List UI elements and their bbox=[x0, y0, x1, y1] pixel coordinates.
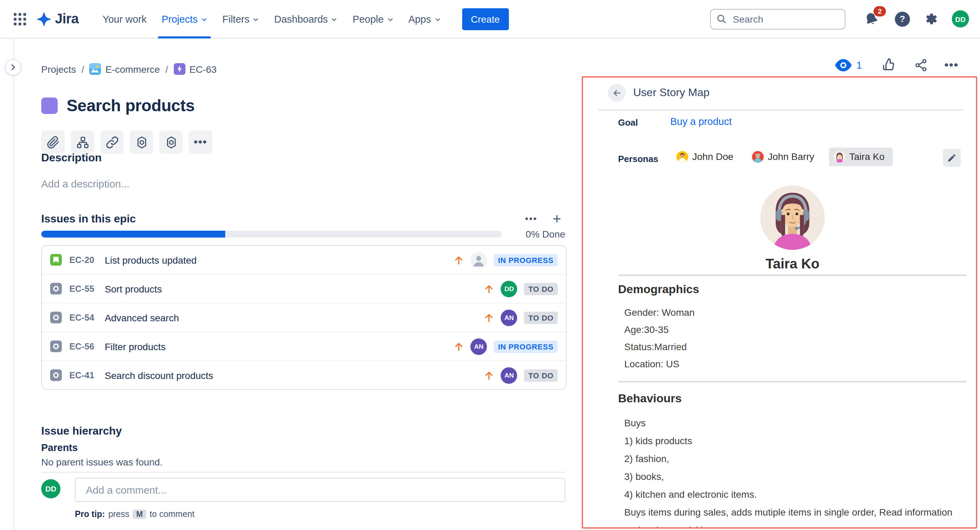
search-box[interactable] bbox=[710, 9, 845, 29]
assignee-avatar[interactable]: AN bbox=[501, 367, 517, 383]
issue-row[interactable]: EC-20List products updatedIN PROGRESS bbox=[42, 246, 566, 275]
toolbar-more-button[interactable]: ••• bbox=[189, 130, 212, 154]
behaviour-line: 2) fashion, bbox=[624, 450, 962, 468]
issue-title[interactable]: List products updated bbox=[105, 254, 197, 265]
app-switcher-icon[interactable] bbox=[11, 10, 29, 28]
like-button[interactable] bbox=[882, 58, 896, 72]
search-input[interactable] bbox=[732, 13, 839, 25]
nav-item-filters[interactable]: Filters bbox=[215, 0, 266, 38]
persona-avatar-icon bbox=[676, 151, 688, 162]
jira-logo-text: Jira bbox=[55, 11, 79, 27]
issue-title[interactable]: Search discount products bbox=[105, 370, 213, 381]
nav-item-your-work[interactable]: Your work bbox=[95, 0, 154, 38]
status-badge[interactable]: IN PROGRESS bbox=[494, 340, 558, 352]
jira-issue-view: Jira Your workProjectsFiltersDashboardsP… bbox=[0, 0, 980, 530]
breadcrumb-item-projects[interactable]: Projects bbox=[41, 63, 76, 75]
status-badge[interactable]: TO DO bbox=[524, 311, 558, 324]
assignee-avatar[interactable]: AN bbox=[471, 338, 487, 355]
issue-row[interactable]: EC-55Sort productsDDTO DO bbox=[42, 275, 566, 303]
user-avatar[interactable]: DD bbox=[952, 10, 969, 27]
issue-key[interactable]: EC-20 bbox=[69, 255, 94, 265]
add-issue-button[interactable]: + bbox=[548, 213, 565, 225]
hexagon-target-icon bbox=[164, 136, 178, 149]
epic-color-icon bbox=[41, 97, 58, 114]
jira-logo[interactable]: Jira bbox=[36, 11, 79, 27]
share-button[interactable] bbox=[914, 58, 928, 72]
attach-button[interactable] bbox=[41, 130, 65, 154]
add-child-button[interactable] bbox=[71, 130, 94, 154]
nav-item-label: Your work bbox=[103, 13, 146, 24]
back-button[interactable] bbox=[608, 84, 626, 102]
more-actions-button[interactable]: ••• bbox=[944, 62, 959, 68]
nav-item-dashboards[interactable]: Dashboards bbox=[266, 0, 345, 38]
priority-high-icon bbox=[453, 341, 464, 352]
issue-row[interactable]: EC-41Search discount productsANTO DO bbox=[42, 361, 566, 389]
app-hexagon-button-2[interactable] bbox=[159, 130, 183, 154]
protip-press: press bbox=[108, 509, 129, 519]
demographic-line: Location: US bbox=[624, 355, 695, 373]
watch-count: 1 bbox=[856, 59, 862, 70]
persona-chip-label: John Doe bbox=[692, 151, 733, 162]
issue-key[interactable]: EC-54 bbox=[69, 313, 94, 322]
nav-item-label: People bbox=[353, 13, 383, 24]
help-button[interactable]: ? bbox=[895, 11, 910, 27]
nav-item-apps[interactable]: Apps bbox=[401, 0, 448, 38]
assignee-avatar[interactable]: DD bbox=[501, 281, 517, 297]
sidebar-divider bbox=[13, 38, 14, 530]
link-button[interactable] bbox=[100, 130, 124, 154]
page-title[interactable]: Search products bbox=[67, 96, 195, 115]
epic-issues-more-button[interactable]: ••• bbox=[521, 213, 541, 225]
issue-title[interactable]: Advanced search bbox=[105, 312, 179, 323]
status-badge[interactable]: IN PROGRESS bbox=[494, 254, 558, 266]
comment-user-avatar: DD bbox=[41, 479, 60, 498]
breadcrumb-item-e-commerce[interactable]: E-commerce bbox=[90, 63, 160, 75]
issue-key[interactable]: EC-41 bbox=[69, 370, 94, 380]
expand-sidebar-button[interactable] bbox=[5, 59, 21, 76]
notifications-button[interactable]: 2 bbox=[863, 11, 880, 27]
nav-item-projects[interactable]: Projects bbox=[154, 0, 215, 38]
nav-right: 2 ? DD bbox=[710, 9, 969, 29]
description-placeholder[interactable]: Add a description... bbox=[41, 178, 129, 189]
issue-row[interactable]: EC-54Advanced searchANTO DO bbox=[42, 303, 566, 332]
priority-high-icon bbox=[484, 370, 495, 381]
issue-key[interactable]: EC-55 bbox=[69, 284, 94, 294]
goal-link[interactable]: Buy a product bbox=[670, 116, 732, 127]
arrow-left-icon bbox=[612, 87, 622, 98]
epic-issues-heading: Issues in this epic bbox=[41, 213, 136, 225]
priority-high-icon bbox=[484, 283, 495, 294]
persona-name: Taira Ko bbox=[689, 256, 896, 272]
unassigned-avatar-icon[interactable] bbox=[471, 252, 487, 268]
status-badge[interactable]: TO DO bbox=[524, 282, 558, 295]
persona-chip-taira-ko[interactable]: Taira Ko bbox=[829, 147, 893, 166]
thumbs-up-icon bbox=[882, 58, 896, 72]
assignee-avatar[interactable]: AN bbox=[501, 309, 517, 326]
watch-button[interactable]: 1 bbox=[835, 59, 862, 71]
persona-chip-john-doe[interactable]: John Doe bbox=[672, 148, 738, 165]
breadcrumb-label: EC-63 bbox=[189, 63, 216, 75]
demographics-list: Gender: WomanAge:30-35Status:MarriedLoca… bbox=[624, 304, 695, 373]
status-badge[interactable]: TO DO bbox=[524, 369, 558, 381]
settings-button[interactable] bbox=[924, 12, 938, 26]
parents-empty-text: No parent issues was found. bbox=[41, 457, 162, 468]
issue-key[interactable]: EC-56 bbox=[69, 341, 94, 351]
issue-title[interactable]: Filter products bbox=[105, 341, 165, 352]
edit-personas-button[interactable] bbox=[943, 149, 961, 167]
personas-label: Personas bbox=[618, 154, 658, 164]
demographic-line: Status:Married bbox=[624, 338, 695, 355]
breadcrumb-item-ec-63[interactable]: EC-63 bbox=[173, 63, 216, 75]
priority-high-icon bbox=[453, 254, 464, 265]
parents-label: Parents bbox=[41, 442, 78, 453]
app-hexagon-button-1[interactable] bbox=[130, 130, 153, 154]
issue-title[interactable]: Sort products bbox=[105, 283, 162, 294]
protip-prefix: Pro tip: bbox=[75, 509, 105, 519]
active-tab-underline bbox=[158, 36, 211, 38]
comment-input[interactable] bbox=[75, 478, 565, 502]
persona-chip-john-barry[interactable]: John Barry bbox=[748, 148, 818, 165]
issue-row[interactable]: EC-56Filter productsANIN PROGRESS bbox=[42, 332, 566, 361]
nav-item-people[interactable]: People bbox=[345, 0, 401, 38]
create-button[interactable]: Create bbox=[462, 8, 509, 30]
demographic-line: Gender: Woman bbox=[624, 304, 695, 321]
chevron-down-icon bbox=[201, 16, 207, 23]
share-icon bbox=[914, 58, 928, 72]
epic-progress-label: 0% Done bbox=[521, 229, 565, 240]
